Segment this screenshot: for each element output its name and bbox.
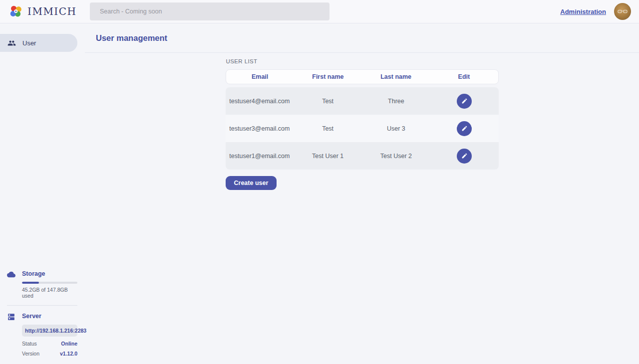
version-label: Version bbox=[22, 351, 39, 357]
brand-name: IMMICH bbox=[27, 5, 77, 17]
last-name-cell: Test User 2 bbox=[362, 153, 430, 160]
first-name-cell: Test User 1 bbox=[294, 153, 362, 160]
main-panel: User management USER LIST Email First na… bbox=[85, 23, 639, 364]
server-icon bbox=[7, 312, 16, 357]
first-name-cell: Test bbox=[294, 125, 362, 132]
cloud-icon bbox=[7, 270, 16, 299]
email-cell: testuser1@email.com bbox=[226, 153, 294, 160]
immich-app: IMMICH Administration User bbox=[0, 0, 639, 364]
storage-usage-text: 45.2GB of 147.8GB used bbox=[22, 287, 77, 299]
sidebar-item-label: User bbox=[22, 39, 36, 47]
immich-logo-icon bbox=[9, 4, 23, 18]
storage-progress-fill bbox=[22, 282, 39, 284]
column-header-last-name: Last name bbox=[362, 73, 430, 80]
email-cell: testuser3@email.com bbox=[226, 125, 294, 132]
table-row: testuser4@email.com Test Three bbox=[226, 87, 499, 115]
server-version-row: Version v1.12.0 bbox=[22, 351, 77, 357]
status-label: Status bbox=[22, 341, 37, 347]
column-header-first-name: First name bbox=[294, 73, 362, 80]
storage-title: Storage bbox=[22, 270, 77, 278]
edit-user-button[interactable] bbox=[457, 149, 472, 164]
user-avatar[interactable] bbox=[614, 3, 631, 20]
last-name-cell: User 3 bbox=[362, 125, 430, 132]
sidebar-item-user[interactable]: User bbox=[0, 34, 77, 52]
pencil-icon bbox=[461, 125, 468, 132]
pencil-icon bbox=[461, 153, 468, 159]
column-header-email: Email bbox=[226, 73, 294, 80]
page-header: User management bbox=[85, 23, 639, 53]
user-table-header: Email First name Last name Edit bbox=[226, 69, 499, 84]
topbar: IMMICH Administration bbox=[0, 0, 639, 23]
layout: User Storage 45.2GB of 147.8 bbox=[0, 23, 639, 364]
edit-user-button[interactable] bbox=[457, 94, 472, 109]
server-section: Server http://192.168.1.216:2283 Status … bbox=[7, 312, 77, 357]
user-list-label: USER LIST bbox=[226, 58, 499, 64]
search-input[interactable] bbox=[90, 2, 329, 20]
status-value: Online bbox=[61, 341, 77, 347]
server-title: Server bbox=[22, 312, 77, 320]
edit-user-button[interactable] bbox=[457, 121, 472, 136]
sidebar-bottom: Storage 45.2GB of 147.8GB used bbox=[0, 270, 85, 364]
last-name-cell: Three bbox=[362, 98, 430, 105]
edit-cell bbox=[430, 94, 499, 109]
first-name-cell: Test bbox=[294, 98, 362, 105]
glasses-icon bbox=[617, 9, 628, 14]
users-group-icon bbox=[7, 39, 16, 47]
storage-progress-bar bbox=[22, 282, 77, 284]
edit-cell bbox=[430, 121, 499, 136]
storage-section: Storage 45.2GB of 147.8GB used bbox=[7, 270, 77, 299]
pencil-icon bbox=[461, 98, 468, 104]
content: USER LIST Email First name Last name Edi… bbox=[226, 53, 499, 190]
table-row: testuser3@email.com Test User 3 bbox=[226, 115, 499, 142]
version-value: v1.12.0 bbox=[60, 351, 77, 357]
create-user-button[interactable]: Create user bbox=[226, 176, 277, 190]
server-url: http://192.168.1.216:2283 bbox=[22, 325, 77, 337]
column-header-edit: Edit bbox=[430, 73, 498, 80]
edit-cell bbox=[430, 149, 499, 164]
sidebar-divider bbox=[7, 305, 77, 306]
table-row: testuser1@email.com Test User 1 Test Use… bbox=[226, 142, 499, 170]
administration-link[interactable]: Administration bbox=[560, 8, 606, 15]
server-status-row: Status Online bbox=[22, 341, 77, 347]
brand: IMMICH bbox=[9, 4, 90, 18]
page-title: User management bbox=[96, 33, 167, 43]
email-cell: testuser4@email.com bbox=[226, 98, 294, 105]
user-table-body: testuser4@email.com Test Three testuser3… bbox=[226, 87, 499, 170]
sidebar: User Storage 45.2GB of 147.8 bbox=[0, 23, 85, 364]
